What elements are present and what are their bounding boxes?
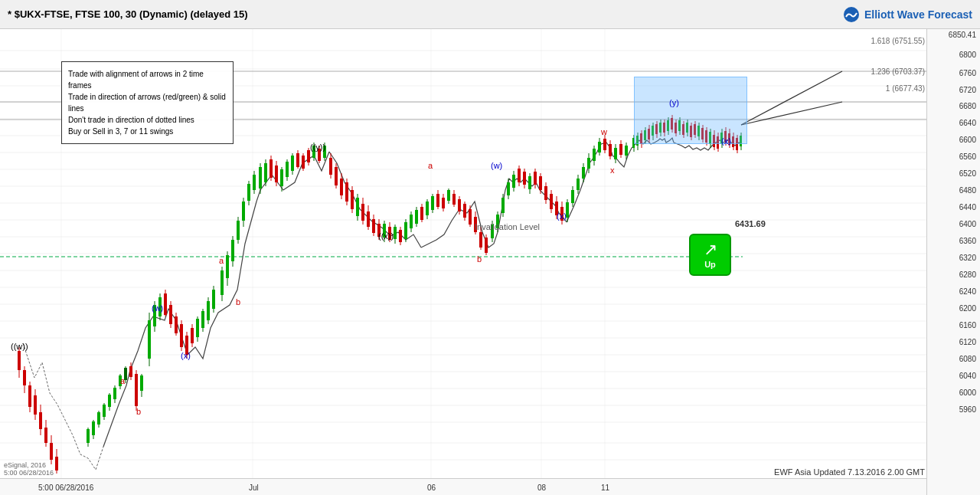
svg-rect-208 bbox=[523, 172, 526, 185]
svg-rect-228 bbox=[577, 179, 580, 190]
svg-rect-236 bbox=[598, 142, 601, 152]
svg-rect-76 bbox=[164, 293, 167, 315]
svg-rect-58 bbox=[113, 388, 116, 399]
svg-rect-188 bbox=[469, 209, 472, 225]
svg-rect-160 bbox=[394, 227, 397, 239]
wave-label-py: (y) bbox=[669, 98, 679, 107]
info-box: Trade with alignment of arrows in 2 time… bbox=[61, 61, 234, 144]
time-label-08: 08 bbox=[537, 484, 546, 492]
time-axis: 5:00 06/28/2016 Jul 06 08 11 bbox=[0, 478, 926, 495]
svg-rect-118 bbox=[280, 169, 283, 186]
svg-rect-44 bbox=[50, 443, 53, 460]
svg-rect-122 bbox=[291, 156, 294, 171]
svg-rect-36 bbox=[28, 385, 31, 407]
svg-rect-206 bbox=[518, 169, 521, 182]
price-6760: 6760 bbox=[959, 69, 976, 77]
time-label-06: 06 bbox=[427, 484, 436, 492]
wave-label-b3: b bbox=[236, 297, 240, 307]
svg-rect-184 bbox=[458, 199, 461, 211]
svg-rect-116 bbox=[275, 166, 278, 182]
target-zone bbox=[634, 77, 747, 144]
wave-label-x: x bbox=[610, 166, 615, 175]
info-line-4: Buy or Sell in 3, 7 or 11 swings bbox=[68, 126, 227, 137]
svg-rect-216 bbox=[544, 186, 547, 200]
price-6720: 6720 bbox=[959, 86, 976, 94]
svg-rect-38 bbox=[34, 395, 37, 415]
svg-rect-102 bbox=[237, 221, 240, 240]
svg-rect-70 bbox=[148, 320, 151, 359]
svg-rect-86 bbox=[191, 328, 194, 343]
svg-rect-88 bbox=[196, 319, 199, 337]
wave-label-b1: b bbox=[136, 407, 141, 416]
candles-w-rise bbox=[571, 135, 628, 207]
wave-label-pw1: (w) bbox=[152, 303, 163, 313]
svg-rect-150 bbox=[367, 211, 370, 227]
price-6600: 6600 bbox=[959, 136, 976, 144]
svg-rect-34 bbox=[23, 370, 26, 385]
fib-label-1: 1 (6677.43) bbox=[886, 84, 925, 93]
svg-rect-50 bbox=[92, 421, 95, 435]
svg-rect-152 bbox=[372, 219, 375, 233]
price-scale: 6850.41 6800 6760 6720 6680 6640 6600 65… bbox=[926, 29, 980, 495]
svg-rect-202 bbox=[507, 182, 510, 195]
svg-rect-104 bbox=[242, 202, 245, 221]
svg-rect-40 bbox=[39, 412, 42, 429]
price-6440: 6440 bbox=[959, 203, 976, 211]
projection-line-lower bbox=[741, 102, 842, 125]
price-6400: 6400 bbox=[959, 220, 976, 228]
info-line-2: Trade in direction of arrows (red/green)… bbox=[68, 91, 227, 114]
time-label-11: 11 bbox=[601, 484, 609, 492]
svg-rect-54 bbox=[103, 405, 106, 417]
price-6160: 6160 bbox=[959, 321, 976, 329]
svg-rect-108 bbox=[253, 175, 256, 190]
price-6800: 6800 bbox=[959, 51, 976, 59]
price-6520: 6520 bbox=[959, 169, 976, 178]
svg-rect-180 bbox=[447, 190, 450, 201]
svg-rect-232 bbox=[587, 158, 590, 169]
svg-rect-168 bbox=[415, 210, 418, 224]
svg-rect-186 bbox=[463, 204, 466, 218]
svg-rect-194 bbox=[485, 238, 488, 253]
svg-rect-214 bbox=[539, 176, 542, 190]
svg-rect-142 bbox=[345, 182, 348, 202]
svg-rect-218 bbox=[550, 194, 553, 209]
svg-rect-138 bbox=[335, 167, 338, 185]
svg-rect-124 bbox=[296, 153, 299, 167]
price-6480: 6480 bbox=[959, 186, 976, 195]
brand-logo-icon bbox=[843, 6, 860, 23]
svg-rect-106 bbox=[247, 184, 250, 201]
svg-rect-242 bbox=[614, 148, 617, 159]
candles-middle-rise bbox=[220, 171, 256, 301]
wave-label-a1: a bbox=[120, 376, 125, 385]
wave-label-a3: a bbox=[219, 256, 224, 265]
svg-rect-200 bbox=[501, 198, 505, 213]
price-6360: 6360 bbox=[959, 237, 976, 245]
svg-rect-98 bbox=[226, 255, 229, 278]
svg-rect-120 bbox=[286, 162, 289, 177]
candles-recovery bbox=[87, 362, 143, 447]
svg-rect-170 bbox=[420, 207, 423, 220]
svg-rect-52 bbox=[97, 412, 100, 425]
svg-rect-174 bbox=[431, 196, 434, 210]
svg-rect-204 bbox=[512, 175, 515, 188]
svg-rect-128 bbox=[307, 150, 310, 162]
fib-label-1236: 1.236 (6703.37) bbox=[871, 67, 925, 76]
wave-label-px3: (x) bbox=[721, 136, 731, 146]
up-button[interactable]: ↗ Up bbox=[689, 234, 731, 276]
price-6120: 6120 bbox=[959, 338, 976, 346]
svg-rect-244 bbox=[619, 144, 622, 155]
time-label-jul: Jul bbox=[249, 484, 259, 492]
svg-rect-140 bbox=[340, 179, 343, 195]
invalidation-value: 6431.69 bbox=[735, 219, 766, 228]
projection-line-upper bbox=[741, 71, 842, 125]
brand-name: Elliott Wave Forecast bbox=[864, 8, 972, 21]
wave-label-pw2: (w) bbox=[491, 161, 502, 170]
svg-rect-110 bbox=[259, 167, 262, 188]
svg-rect-136 bbox=[329, 158, 332, 175]
wave-label-b2: b bbox=[477, 254, 482, 264]
svg-rect-96 bbox=[220, 270, 224, 295]
svg-rect-80 bbox=[175, 316, 178, 333]
price-6040: 6040 bbox=[959, 372, 976, 380]
price-6320: 6320 bbox=[959, 254, 976, 262]
svg-rect-144 bbox=[351, 190, 354, 209]
